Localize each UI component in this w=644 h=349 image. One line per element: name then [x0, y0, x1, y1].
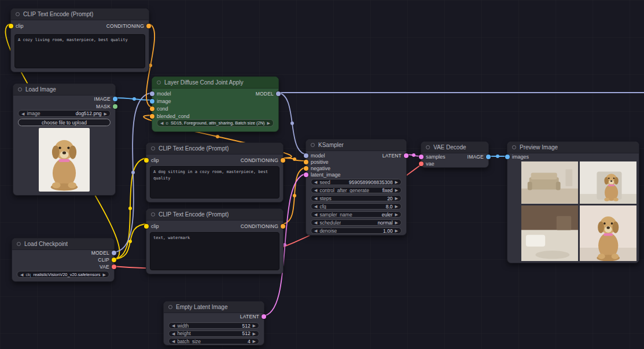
node-header[interactable]: Load Checkpoint [12, 238, 114, 250]
slot-dot-image[interactable] [505, 155, 510, 159]
node-load-checkpoint[interactable]: Load Checkpoint MODEL CLIP VAE ckpt_name… [12, 238, 115, 282]
slot-dot-image[interactable] [486, 155, 491, 159]
prompt-textarea[interactable]: text, watermark [150, 232, 279, 270]
increment-icon[interactable] [253, 339, 256, 343]
node-ksampler[interactable]: KSampler model positive negative latent_… [306, 139, 407, 236]
slot-dot-conditioning[interactable] [281, 224, 285, 229]
collapse-icon[interactable] [151, 146, 155, 150]
node-empty-latent-image[interactable]: Empty Latent Image LATENT width 512 heig… [163, 301, 264, 346]
output-slot-image[interactable]: IMAGE [468, 153, 491, 160]
collapse-icon[interactable] [311, 143, 315, 147]
node-clip-text-encode-3[interactable]: CLIP Text Encode (Prompt) clip CONDITION… [146, 208, 284, 274]
prev-option-icon[interactable] [21, 112, 24, 116]
prev-option-icon[interactable] [20, 273, 23, 277]
slot-dot-clip[interactable] [144, 158, 149, 163]
slot-dot-clip[interactable] [9, 24, 13, 28]
prev-option-icon[interactable] [314, 212, 317, 216]
slot-dot-conditioning[interactable] [146, 24, 151, 28]
node-header[interactable]: Preview Image [507, 142, 639, 153]
output-slot-clip[interactable]: CLIP [98, 256, 116, 263]
output-slot-mask[interactable]: MASK [96, 102, 117, 110]
output-slot-model[interactable]: MODEL [91, 249, 116, 256]
slot-dot-model[interactable] [112, 251, 116, 255]
input-slot-vae[interactable]: vae [419, 160, 446, 167]
widget-width[interactable]: width 512 [168, 322, 259, 329]
increment-icon[interactable] [395, 196, 398, 200]
widget-sampler-name[interactable]: sampler_name euler [311, 211, 402, 218]
prompt-textarea[interactable]: A dog sitting in a cozy room, masterpiec… [150, 166, 279, 199]
node-header[interactable]: CLIP Text Encode (Prompt) [11, 9, 149, 20]
input-slot-clip[interactable]: clip [144, 157, 159, 163]
input-slot-clip[interactable]: clip [9, 23, 24, 29]
widget-denoise[interactable]: denoise 1.00 [311, 227, 402, 234]
widget-steps[interactable]: steps 20 [311, 195, 402, 201]
node-layer-diffuse-cond-joint-apply[interactable]: Layer Diffuse Cond Joint Apply model ima… [152, 76, 279, 132]
node-header[interactable]: CLIP Text Encode (Prompt) [146, 209, 283, 221]
collapse-icon[interactable] [512, 145, 516, 149]
node-preview-image[interactable]: Preview Image images [507, 141, 639, 263]
input-slot-images[interactable]: images [505, 153, 529, 160]
input-slot-latent-image[interactable]: latent_image [304, 171, 341, 178]
next-option-icon[interactable] [267, 121, 270, 125]
node-header[interactable]: VAE Decode [421, 142, 488, 153]
output-slot-conditioning[interactable]: CONDITIONING [241, 223, 285, 229]
decrement-icon[interactable] [172, 332, 175, 336]
slot-dot-mask[interactable] [113, 104, 117, 109]
node-clip-text-encode-2[interactable]: CLIP Text Encode (Prompt) clip CONDITION… [146, 142, 284, 203]
next-option-icon[interactable] [395, 188, 398, 192]
slot-dot-model[interactable] [150, 91, 154, 96]
collapse-icon[interactable] [16, 12, 20, 16]
slot-dot-latent[interactable] [404, 153, 409, 158]
output-slot-image[interactable]: IMAGE [94, 95, 117, 102]
widget-scheduler[interactable]: scheduler normal [311, 219, 402, 226]
slot-dot-clip[interactable] [144, 224, 149, 229]
collapse-icon[interactable] [157, 80, 161, 85]
node-header[interactable]: Layer Diffuse Cond Joint Apply [152, 77, 278, 89]
widget-cfg[interactable]: cfg 8.0 [311, 203, 402, 210]
widget-seed[interactable]: seed 9590589908835308 [311, 179, 402, 185]
input-slot-negative[interactable]: negative [304, 165, 341, 171]
slot-dot-conditioning[interactable] [281, 158, 285, 163]
output-slot-vae[interactable]: VAE [100, 263, 116, 270]
node-vae-decode[interactable]: VAE Decode samples vae IMAGE [421, 141, 489, 168]
input-slot-model[interactable]: model [304, 152, 341, 159]
prompt-textarea[interactable]: A cozy living room, masterpiece, best qu… [14, 34, 145, 68]
next-option-icon[interactable] [103, 273, 106, 277]
slot-dot-conditioning[interactable] [304, 160, 308, 164]
slot-dot-image[interactable] [150, 99, 154, 104]
collapse-icon[interactable] [426, 145, 430, 149]
collapse-icon[interactable] [18, 87, 22, 91]
node-header[interactable]: Load Image [13, 84, 115, 95]
prev-option-icon[interactable] [160, 121, 163, 125]
node-header[interactable]: KSampler [306, 139, 406, 151]
output-slot-latent[interactable]: LATENT [240, 313, 266, 320]
slot-dot-latent[interactable] [304, 172, 308, 177]
slot-dot-conditioning[interactable] [150, 114, 154, 119]
decrement-icon[interactable] [172, 324, 175, 328]
next-option-icon[interactable] [395, 221, 398, 225]
node-clip-text-encode-1[interactable]: CLIP Text Encode (Prompt) clip CONDITION… [10, 8, 149, 72]
output-slot-latent[interactable]: LATENT [382, 152, 409, 159]
widget-config[interactable]: config SD15, Foreground, attn_sharing, B… [157, 119, 274, 127]
input-slot-positive[interactable]: positive [304, 159, 341, 165]
widget-image-filename[interactable]: image dog512.png [18, 110, 111, 117]
decrement-icon[interactable] [314, 180, 317, 184]
node-load-image[interactable]: Load Image IMAGE MASK image dog512.png c… [13, 83, 116, 196]
widget-control-after-generate[interactable]: control_after_generate fixed [311, 187, 402, 193]
output-slot-model[interactable]: MODEL [256, 90, 281, 97]
increment-icon[interactable] [253, 324, 256, 328]
output-slot-conditioning[interactable]: CONDITIONING [241, 157, 285, 163]
increment-icon[interactable] [395, 229, 398, 233]
collapse-icon[interactable] [17, 242, 21, 246]
collapse-icon[interactable] [168, 305, 172, 309]
prev-option-icon[interactable] [314, 221, 317, 225]
input-slot-clip[interactable]: clip [144, 223, 159, 229]
slot-dot-clip[interactable] [112, 258, 116, 262]
output-slot-conditioning[interactable]: CONDITIONING [106, 23, 151, 29]
slot-dot-latent[interactable] [419, 155, 424, 159]
widget-ckpt-name[interactable]: ckpt_name realisticVisionV20_v20.safeten… [17, 271, 109, 278]
increment-icon[interactable] [253, 332, 256, 336]
decrement-icon[interactable] [314, 204, 317, 208]
choose-file-button[interactable]: choose file to upload [18, 119, 111, 126]
increment-icon[interactable] [395, 204, 398, 208]
